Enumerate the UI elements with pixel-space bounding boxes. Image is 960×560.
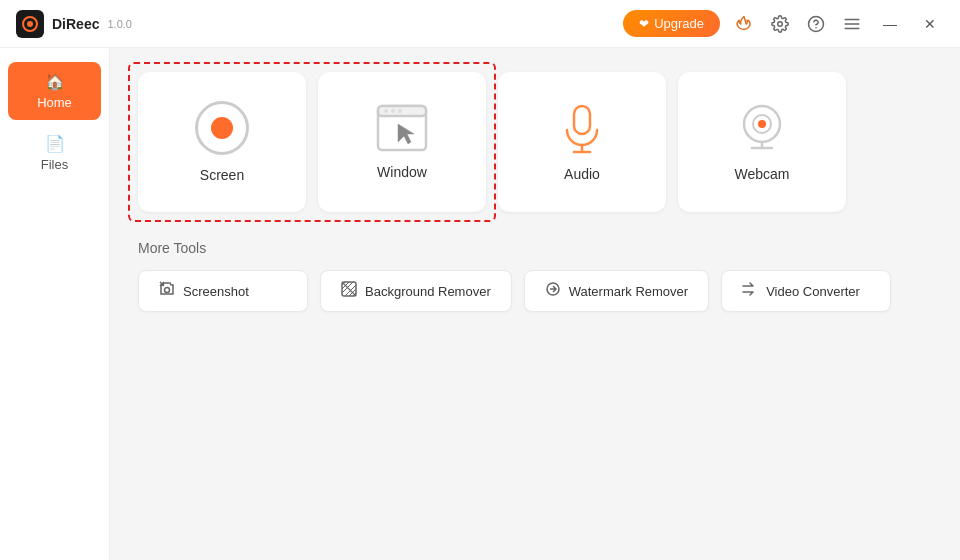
- svg-point-0: [778, 21, 783, 26]
- screen-card[interactable]: Screen: [138, 72, 306, 212]
- titlebar-right: ❤ Upgrade: [623, 10, 944, 38]
- audio-card-label: Audio: [564, 166, 600, 182]
- screenshot-tool-label: Screenshot: [183, 284, 249, 299]
- heart-icon: ❤: [639, 17, 649, 31]
- close-button[interactable]: ✕: [916, 10, 944, 38]
- main-layout: 🏠 Home 📄 Files Screen: [0, 48, 960, 560]
- svg-point-17: [758, 120, 766, 128]
- more-tools-section: More Tools Screenshot: [138, 240, 932, 312]
- window-card[interactable]: Window: [318, 72, 486, 212]
- app-logo-ring: [22, 16, 38, 32]
- watermark-remover-tool-button[interactable]: Watermark Remover: [524, 270, 709, 312]
- video-converter-icon: [742, 281, 758, 301]
- settings-icon-button[interactable]: [768, 12, 792, 36]
- sidebar: 🏠 Home 📄 Files: [0, 48, 110, 560]
- tools-grid: Screenshot: [138, 270, 932, 312]
- watermark-remover-tool-label: Watermark Remover: [569, 284, 688, 299]
- window-icon: [376, 104, 428, 152]
- titlebar-left: DiReec 1.0.0: [16, 10, 132, 38]
- svg-rect-12: [574, 106, 590, 134]
- upgrade-label: Upgrade: [654, 16, 704, 31]
- home-icon: 🏠: [45, 72, 65, 91]
- app-name: DiReec: [52, 16, 99, 32]
- sidebar-item-files[interactable]: 📄 Files: [8, 124, 101, 182]
- audio-card[interactable]: Audio: [498, 72, 666, 212]
- sidebar-files-label: Files: [41, 157, 68, 172]
- screenshot-icon: [159, 281, 175, 301]
- screen-icon-dot: [211, 117, 233, 139]
- flame-icon-button[interactable]: [732, 12, 756, 36]
- svg-marker-11: [398, 124, 414, 144]
- screen-card-label: Screen: [200, 167, 244, 183]
- app-logo-dot: [27, 21, 33, 27]
- app-version: 1.0.0: [107, 18, 131, 30]
- window-card-label: Window: [377, 164, 427, 180]
- recording-cards-row: Screen Window: [138, 72, 932, 212]
- svg-point-8: [384, 109, 388, 113]
- content-area: Screen Window: [110, 48, 960, 560]
- background-remover-tool-button[interactable]: Background Remover: [320, 270, 512, 312]
- svg-point-10: [398, 109, 402, 113]
- screen-icon: [195, 101, 249, 155]
- video-converter-tool-button[interactable]: Video Converter: [721, 270, 891, 312]
- watermark-remover-icon: [545, 281, 561, 301]
- video-converter-tool-label: Video Converter: [766, 284, 860, 299]
- webcam-card[interactable]: Webcam: [678, 72, 846, 212]
- audio-icon: [559, 102, 605, 154]
- sidebar-item-home[interactable]: 🏠 Home: [8, 62, 101, 120]
- help-icon-button[interactable]: [804, 12, 828, 36]
- minimize-button[interactable]: —: [876, 10, 904, 38]
- background-remover-icon: [341, 281, 357, 301]
- files-icon: 📄: [45, 134, 65, 153]
- upgrade-button[interactable]: ❤ Upgrade: [623, 10, 720, 37]
- more-tools-title: More Tools: [138, 240, 932, 256]
- svg-point-9: [391, 109, 395, 113]
- titlebar: DiReec 1.0.0 ❤ Upgrade: [0, 0, 960, 48]
- menu-icon-button[interactable]: [840, 12, 864, 36]
- svg-point-20: [165, 288, 170, 293]
- screenshot-tool-button[interactable]: Screenshot: [138, 270, 308, 312]
- app-logo: [16, 10, 44, 38]
- svg-line-24: [342, 282, 356, 296]
- webcam-card-label: Webcam: [735, 166, 790, 182]
- background-remover-tool-label: Background Remover: [365, 284, 491, 299]
- sidebar-home-label: Home: [37, 95, 72, 110]
- webcam-icon: [736, 102, 788, 154]
